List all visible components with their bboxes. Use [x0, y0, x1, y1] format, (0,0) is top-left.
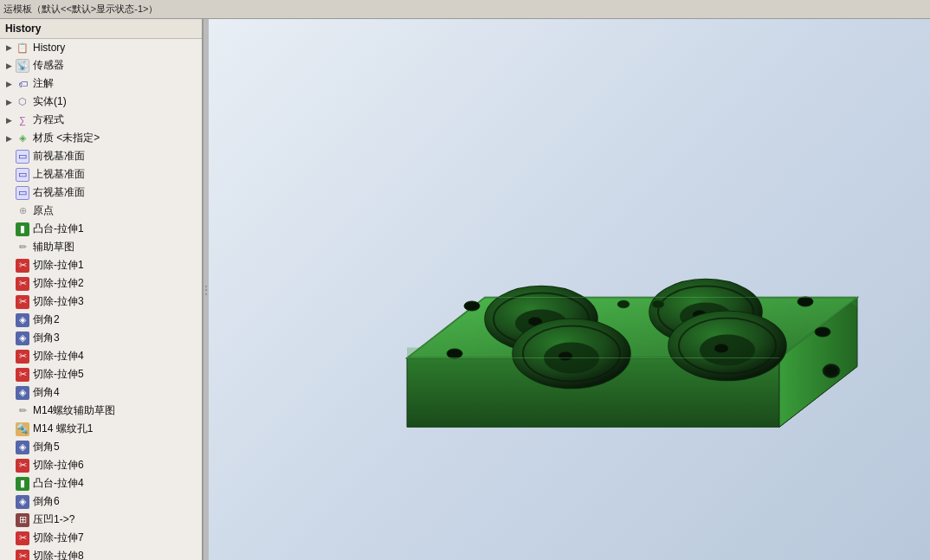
tree-label-thread-hole1: M14 螺纹孔1 [33, 422, 93, 436]
expand-arrow-origin[interactable] [3, 206, 14, 216]
tree-item-fillet5[interactable]: ◈倒角5 [0, 438, 202, 456]
tree-label-cut-extrude5: 切除-拉伸5 [33, 367, 84, 382]
expand-arrow-cut-extrude4[interactable] [3, 351, 14, 362]
sketch-icon: ✏ [16, 241, 29, 254]
tree-item-emboss1[interactable]: ⊞压凹1->? [0, 511, 202, 529]
tree-label-thread-sketch: M14螺纹辅助草图 [33, 403, 115, 418]
tree-item-sketch-aux[interactable]: ✏辅助草图 [0, 238, 202, 256]
tree-item-top-plane[interactable]: ▭上视基准面 [0, 165, 202, 183]
expand-arrow-emboss1[interactable] [3, 515, 14, 525]
expand-arrow-cut-extrude7[interactable] [3, 533, 14, 544]
expand-arrow-fillet2[interactable] [3, 315, 14, 325]
expand-arrow-fillet6[interactable] [3, 497, 14, 507]
tree-item-cut-extrude6[interactable]: ✂切除-拉伸6 [0, 456, 202, 474]
tree-item-fillet6[interactable]: ◈倒角6 [0, 492, 202, 511]
cut-icon: ✂ [16, 277, 29, 291]
svg-point-31 [652, 300, 664, 308]
tree-item-cut-extrude8[interactable]: ✂切除-拉伸8 [0, 547, 202, 560]
expand-arrow-boss-extrude4[interactable] [3, 479, 14, 489]
history-icon: 📋 [16, 41, 29, 55]
fillet-icon: ◈ [16, 495, 29, 509]
tree-label-fillet3: 倒角3 [33, 331, 60, 345]
svg-point-33 [825, 366, 837, 375]
tree-container[interactable]: ▶📋History▶📡传感器▶🏷注解▶⬡实体(1)▶∑方程式▶◈材质 <未指定>… [0, 39, 202, 560]
tree-label-right-plane: 右视基准面 [33, 185, 85, 200]
part-svg [320, 63, 931, 513]
tree-item-cut-extrude4[interactable]: ✂切除-拉伸4 [0, 347, 202, 365]
tree-label-boss-extrude1: 凸台-拉伸1 [33, 222, 84, 236]
svg-point-29 [815, 327, 830, 337]
tree-label-fillet6: 倒角6 [33, 494, 60, 509]
expand-arrow-cut-extrude5[interactable] [3, 370, 14, 380]
expand-arrow-fillet4[interactable] [3, 388, 14, 398]
part-container [320, 63, 931, 516]
expand-arrow-material[interactable]: ▶ [3, 133, 14, 144]
tree-label-origin: 原点 [33, 203, 54, 218]
expand-arrow-cut-extrude6[interactable] [3, 460, 14, 471]
tree-item-cut-extrude2[interactable]: ✂切除-拉伸2 [0, 274, 202, 293]
tree-label-cut-extrude2: 切除-拉伸2 [33, 276, 84, 291]
expand-arrow-cut-extrude3[interactable] [3, 297, 14, 307]
tree-item-cut-extrude5[interactable]: ✂切除-拉伸5 [0, 365, 202, 383]
main-area: History ▶📋History▶📡传感器▶🏷注解▶⬡实体(1)▶∑方程式▶◈… [0, 19, 930, 560]
expand-arrow-history[interactable]: ▶ [3, 42, 14, 53]
svg-point-26 [464, 301, 480, 311]
expand-arrow-thread-hole1[interactable] [3, 424, 14, 434]
boss-icon: ▮ [16, 222, 29, 236]
tree-header: History [0, 19, 202, 39]
tree-item-solid[interactable]: ▶⬡实体(1) [0, 93, 202, 111]
expand-arrow-sketch-aux[interactable] [3, 242, 14, 253]
fillet-icon: ◈ [16, 313, 29, 327]
svg-point-27 [798, 297, 813, 306]
emboss-icon: ⊞ [16, 513, 29, 527]
expand-arrow-boss-extrude1[interactable] [3, 224, 14, 235]
expand-arrow-fillet3[interactable] [3, 333, 14, 344]
fillet-icon: ◈ [16, 331, 29, 345]
expand-arrow-cut-extrude2[interactable] [3, 279, 14, 289]
tree-item-fillet2[interactable]: ◈倒角2 [0, 311, 202, 329]
tree-item-fillet4[interactable]: ◈倒角4 [0, 383, 202, 402]
tree-item-notes[interactable]: ▶🏷注解 [0, 74, 202, 93]
fillet-icon: ◈ [16, 386, 29, 400]
tree-item-history[interactable]: ▶📋History [0, 39, 202, 56]
expand-arrow-sensors[interactable]: ▶ [3, 61, 14, 71]
expand-arrow-solid[interactable]: ▶ [3, 97, 14, 107]
tree-label-fillet2: 倒角2 [33, 312, 60, 327]
expand-arrow-right-plane[interactable] [3, 188, 14, 198]
origin-icon: ⊕ [16, 204, 29, 218]
tree-item-equation[interactable]: ▶∑方程式 [0, 111, 202, 129]
tree-item-front-plane[interactable]: ▭前视基准面 [0, 147, 202, 165]
expand-arrow-front-plane[interactable] [3, 151, 14, 162]
tree-item-thread-hole1[interactable]: 🔩M14 螺纹孔1 [0, 420, 202, 438]
tree-item-thread-sketch[interactable]: ✏M14螺纹辅助草图 [0, 402, 202, 420]
viewport[interactable] [209, 19, 930, 560]
expand-arrow-notes[interactable]: ▶ [3, 79, 14, 89]
cut-icon: ✂ [16, 531, 29, 545]
tree-item-material[interactable]: ▶◈材质 <未指定> [0, 129, 202, 147]
plane-icon: ▭ [16, 186, 29, 200]
expand-arrow-fillet5[interactable] [3, 442, 14, 453]
tree-label-solid: 实体(1) [33, 94, 67, 109]
tree-item-right-plane[interactable]: ▭右视基准面 [0, 183, 202, 202]
cut-icon: ✂ [16, 459, 29, 473]
expand-arrow-equation[interactable]: ▶ [3, 115, 14, 126]
svg-point-25 [714, 344, 728, 352]
solid-icon: ⬡ [16, 95, 29, 109]
tree-item-boss-extrude4[interactable]: ▮凸台-拉伸4 [0, 474, 202, 492]
expand-arrow-thread-sketch[interactable] [3, 406, 14, 416]
tree-label-cut-extrude4: 切除-拉伸4 [33, 349, 84, 364]
tree-item-sensors[interactable]: ▶📡传感器 [0, 56, 202, 74]
expand-arrow-top-plane[interactable] [3, 170, 14, 180]
cut-icon: ✂ [16, 295, 29, 309]
tree-item-origin[interactable]: ⊕原点 [0, 202, 202, 220]
tree-label-top-plane: 上视基准面 [33, 167, 85, 182]
tree-label-boss-extrude4: 凸台-拉伸4 [33, 476, 84, 491]
tree-item-boss-extrude1[interactable]: ▮凸台-拉伸1 [0, 220, 202, 238]
tree-item-cut-extrude3[interactable]: ✂切除-拉伸3 [0, 293, 202, 311]
tree-item-cut-extrude1[interactable]: ✂切除-拉伸1 [0, 256, 202, 274]
expand-arrow-cut-extrude1[interactable] [3, 261, 14, 271]
expand-arrow-cut-extrude8[interactable] [3, 551, 14, 561]
tree-item-fillet3[interactable]: ◈倒角3 [0, 329, 202, 347]
tree-label-sensors: 传感器 [33, 58, 64, 73]
tree-item-cut-extrude7[interactable]: ✂切除-拉伸7 [0, 529, 202, 547]
